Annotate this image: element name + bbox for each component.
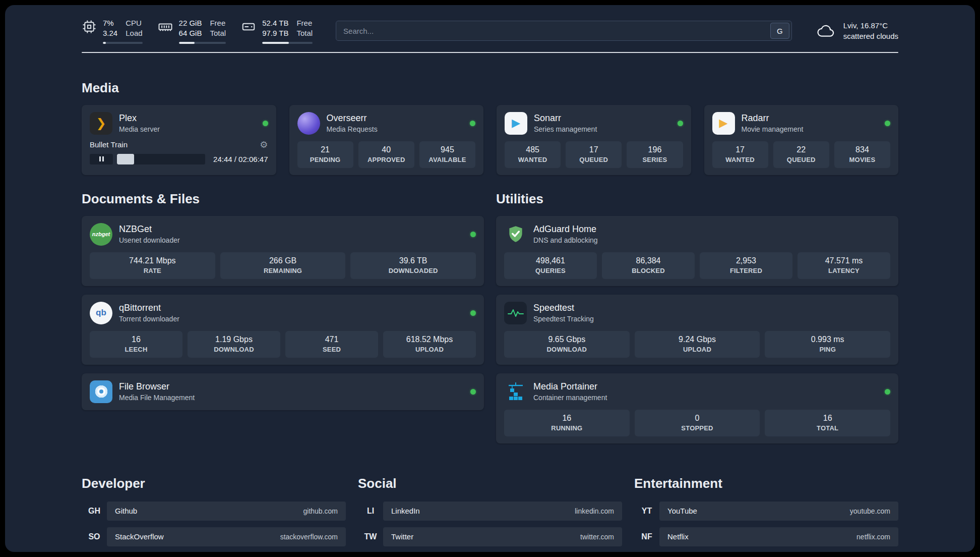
stat-box: 39.6 TBDOWNLOADED [350,252,476,279]
stat-box: 471SEED [285,331,378,358]
section-title-social: Social [358,476,622,491]
weather-location: Lviv, 16.87°C [843,20,898,31]
stat-box: 834MOVIES [834,141,890,168]
bookmark-url: youtube.com [850,507,890,515]
stat-box: 21PENDING [297,141,353,168]
stat-box: 1.19 GbpsDOWNLOAD [188,331,280,358]
bookmark-youtube[interactable]: YT YouTubeyoutube.com [634,502,898,521]
app-card-radarr[interactable]: ▶ Radarr Movie management 17WANTED 22QUE… [704,105,899,175]
app-desc: Torrent downloader [119,315,179,323]
playback-time: 24:44 / 02:06:47 [213,155,268,163]
cpu-icon [82,19,97,34]
disk-icon [241,19,256,34]
stat-box: 196SERIES [627,141,683,168]
stat-box: 945AVAILABLE [419,141,475,168]
search-bar[interactable]: G [336,21,792,41]
top-bar: 7%3.24 CPULoad [82,18,898,44]
bookmark-linkedin[interactable]: LI LinkedInlinkedin.com [358,502,622,521]
bookmark-name: YouTube [667,507,697,515]
app-card-adguard[interactable]: AdGuard Home DNS and adblocking 498,461Q… [496,216,898,286]
bookmark-twitter[interactable]: TW Twittertwitter.com [358,527,622,546]
section-title-media: Media [82,80,898,96]
app-name: Plex [119,113,160,124]
status-badge [678,121,683,126]
app-desc: Series management [534,125,597,133]
speedtest-icon [504,302,527,324]
app-desc: Media Requests [327,125,378,133]
weather-condition: scattered clouds [843,31,898,41]
bookmark-url: github.com [303,507,338,515]
stat-box: 266 GBREMAINING [220,252,346,279]
bookmark-name: Github [115,507,137,515]
disk-usage-widget: 52.4 TB97.9 TB FreeTotal [241,18,313,44]
stat-box: 40APPROVED [358,141,414,168]
app-desc: DNS and adblocking [533,236,598,244]
dashboard: 7%3.24 CPULoad [5,5,975,552]
app-card-overseerr[interactable]: Overseerr Media Requests 21PENDING 40APP… [289,105,484,175]
cpu-progress-bar [103,42,143,44]
bookmark-netflix[interactable]: NF Netflixnetflix.com [634,527,898,546]
app-desc: Media server [119,125,160,133]
stat-box: 0.993 msPING [765,331,890,358]
plex-icon: ❯ [90,112,112,135]
gear-icon[interactable]: ⚙ [260,140,268,149]
status-badge [470,389,476,395]
bookmark-github[interactable]: GH Githubgithub.com [82,502,346,521]
search-input[interactable] [343,27,770,35]
app-card-speedtest[interactable]: Speedtest Speedtest Tracking 9.65 GbpsDO… [496,295,898,365]
bookmark-stackoverflow[interactable]: SO StackOverflowstackoverflow.com [82,527,346,546]
ram-progress-bar [179,42,226,44]
stat-box: 17QUEUED [566,141,622,168]
ram-icon [158,19,173,34]
app-desc: Usenet downloader [119,236,180,244]
app-name: Speedtest [533,303,594,313]
cpu-labels: CPULoad [126,18,142,39]
app-name: Media Portainer [533,381,607,392]
stat-box: 22QUEUED [773,141,829,168]
now-playing-title: Bullet Train [90,140,260,149]
stat-box: 0STOPPED [635,410,760,436]
stat-box: 498,461QUERIES [504,252,597,279]
pause-button[interactable] [90,154,113,164]
app-card-portainer[interactable]: Media Portainer Container management 16R… [496,373,898,443]
app-card-sonarr[interactable]: ▶ Sonarr Series management 485WANTED 17Q… [497,105,691,175]
seek-bar[interactable] [117,154,205,164]
stat-box: 9.65 GbpsDOWNLOAD [504,331,630,358]
cpu-values: 7%3.24 [103,18,117,39]
status-badge [470,310,476,316]
section-title-utilities: Utilities [496,191,898,207]
stat-box: 47.571 msLATENCY [798,252,890,279]
bookmark-name: StackOverflow [115,532,164,541]
social-column: Social LI LinkedInlinkedin.com TW Twitte… [358,476,622,552]
status-badge [470,232,476,237]
app-desc: Container management [533,394,607,402]
app-card-nzbget[interactable]: nzbget NZBGet Usenet downloader 744.21 M… [82,216,484,286]
app-name: Overseerr [327,113,378,124]
disk-progress-bar [262,42,313,44]
stat-box: 9.24 GbpsUPLOAD [635,331,760,358]
bookmark-abbr: GH [82,507,107,516]
disk-values: 52.4 TB97.9 TB [262,18,288,39]
section-title-documents: Documents & Files [82,191,484,207]
disk-labels: FreeTotal [296,18,313,39]
section-title-developer: Developer [82,476,346,491]
search-engine-button[interactable]: G [770,23,789,39]
stat-box: 744.21 MbpsRATE [90,252,215,279]
header-divider [82,52,898,53]
status-badge [470,121,475,126]
stat-box: 618.52 MbpsUPLOAD [383,331,476,358]
app-name: Radarr [742,113,804,124]
documents-column: Documents & Files nzbget NZBGet Usenet d… [82,191,484,443]
bookmark-url: netflix.com [856,533,890,541]
app-card-plex[interactable]: ❯ Plex Media server Bullet Train ⚙ 24:44… [82,105,276,175]
app-name: NZBGet [119,224,180,235]
stat-box: 86,384BLOCKED [602,252,695,279]
filebrowser-icon [90,380,112,403]
bookmark-abbr: TW [358,532,383,541]
bookmark-abbr: SO [82,532,107,541]
app-card-filebrowser[interactable]: File Browser Media File Management [82,373,484,410]
bookmark-name: Netflix [667,532,689,541]
app-card-qbittorrent[interactable]: qb qBittorrent Torrent downloader 16LEEC… [82,295,484,365]
bookmark-abbr: LI [358,507,383,516]
status-badge [885,121,890,126]
